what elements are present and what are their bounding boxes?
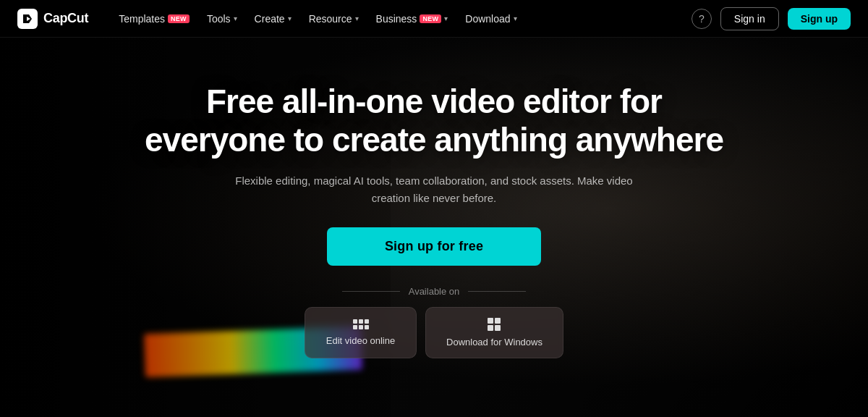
tools-chevron-icon: ▾ — [234, 14, 237, 22]
nav-item-download[interactable]: Download ▾ — [458, 9, 524, 29]
platform-label-windows: Download for Windows — [446, 337, 542, 348]
nav-label-create: Create — [255, 13, 285, 25]
signup-button[interactable]: Sign up — [788, 8, 851, 30]
nav-item-templates[interactable]: Templates New — [111, 9, 197, 29]
navbar-actions: ? Sign in Sign up — [692, 7, 851, 30]
navbar: CapCut Templates New Tools ▾ Create ▾ Re… — [0, 0, 868, 38]
platform-cards: Edit video online Download for Windows — [305, 307, 563, 358]
platform-label-edit-online: Edit video online — [326, 335, 395, 346]
resource-chevron-icon: ▾ — [355, 14, 359, 22]
nav-item-tools[interactable]: Tools ▾ — [200, 9, 244, 29]
hero-cta-button[interactable]: Sign up for free — [327, 227, 541, 266]
hero-subtitle: Flexible editing, magical AI tools, team… — [217, 172, 651, 207]
available-section: Available on Edit video online Download … — [0, 286, 868, 358]
download-chevron-icon: ▾ — [514, 14, 517, 22]
nav-item-business[interactable]: Business New ▾ — [369, 9, 456, 29]
edit-online-icon — [353, 319, 369, 329]
nav-item-create[interactable]: Create ▾ — [247, 9, 299, 29]
logo-text: CapCut — [43, 11, 88, 26]
nav-label-resource: Resource — [309, 13, 352, 25]
nav-menu: Templates New Tools ▾ Create ▾ Resource … — [111, 9, 692, 29]
signin-button[interactable]: Sign in — [720, 7, 779, 30]
business-chevron-icon: ▾ — [444, 14, 448, 22]
hero-title: Free all-in-one video editor for everyon… — [137, 83, 731, 159]
templates-badge: New — [168, 14, 190, 23]
nav-label-business: Business — [376, 13, 417, 25]
nav-label-templates: Templates — [119, 13, 165, 25]
capcut-logo-icon — [17, 9, 38, 29]
platform-card-edit-online[interactable]: Edit video online — [305, 307, 417, 358]
nav-label-tools: Tools — [207, 13, 231, 25]
hero-section: Free all-in-one video editor for everyon… — [0, 38, 868, 266]
available-label-text: Available on — [409, 286, 460, 297]
nav-label-download: Download — [465, 13, 510, 25]
platform-card-windows[interactable]: Download for Windows — [425, 307, 563, 358]
windows-icon — [488, 318, 501, 331]
nav-item-resource[interactable]: Resource ▾ — [302, 9, 366, 29]
logo[interactable]: CapCut — [17, 9, 88, 29]
available-label: Available on — [342, 286, 527, 297]
help-button[interactable]: ? — [692, 9, 712, 29]
business-badge: New — [420, 14, 441, 23]
create-chevron-icon: ▾ — [288, 14, 292, 22]
